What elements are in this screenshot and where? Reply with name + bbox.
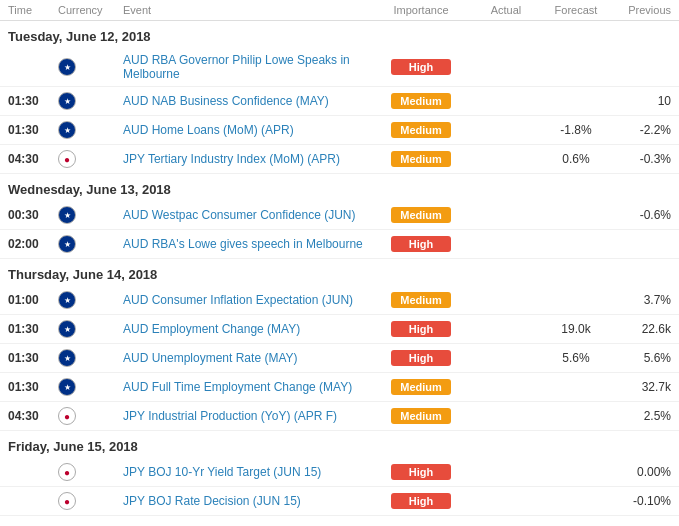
event-name[interactable]: AUD Unemployment Rate (MAY)	[123, 351, 371, 365]
event-time: 01:00	[8, 293, 58, 307]
event-importance-cell: High	[371, 464, 471, 480]
importance-badge: Medium	[391, 122, 451, 138]
importance-badge: High	[391, 59, 451, 75]
event-currency	[58, 121, 123, 139]
event-importance-cell: High	[371, 321, 471, 337]
table-row: 00:30AUD Westpac Consumer Confidence (JU…	[0, 201, 679, 230]
day-header: Tuesday, June 12, 2018	[0, 21, 679, 48]
importance-badge: Medium	[391, 207, 451, 223]
table-row: AUD RBA Governor Philip Lowe Speaks in M…	[0, 48, 679, 87]
event-link[interactable]: AUD NAB Business Confidence (MAY)	[123, 94, 329, 108]
event-link[interactable]: JPY BOJ 10-Yr Yield Target (JUN 15)	[123, 465, 321, 479]
table-row: 01:30AUD Unemployment Rate (MAY)High5.6%…	[0, 344, 679, 373]
event-previous: 2.5%	[611, 409, 671, 423]
event-importance-cell: Medium	[371, 93, 471, 109]
event-link[interactable]: AUD Westpac Consumer Confidence (JUN)	[123, 208, 356, 222]
event-importance-cell: High	[371, 493, 471, 509]
header-time: Time	[8, 4, 58, 16]
event-time: 01:30	[8, 94, 58, 108]
event-name[interactable]: AUD RBA Governor Philip Lowe Speaks in M…	[123, 53, 371, 81]
event-currency	[58, 235, 123, 253]
event-link[interactable]: AUD Home Loans (MoM) (APR)	[123, 123, 294, 137]
importance-badge: Medium	[391, 379, 451, 395]
event-name[interactable]: AUD Westpac Consumer Confidence (JUN)	[123, 208, 371, 222]
table-row: JPY BOJ 10-Yr Yield Target (JUN 15)High0…	[0, 458, 679, 487]
event-previous: 32.7k	[611, 380, 671, 394]
jpy-flag-icon	[58, 407, 76, 425]
importance-badge: High	[391, 236, 451, 252]
aud-flag-icon	[58, 121, 76, 139]
event-link[interactable]: AUD Full Time Employment Change (MAY)	[123, 380, 352, 394]
event-name[interactable]: JPY BOJ 10-Yr Yield Target (JUN 15)	[123, 465, 371, 479]
header-currency: Currency	[58, 4, 123, 16]
event-name[interactable]: AUD Home Loans (MoM) (APR)	[123, 123, 371, 137]
aud-flag-icon	[58, 349, 76, 367]
event-time: 01:30	[8, 123, 58, 137]
jpy-flag-icon	[58, 150, 76, 168]
importance-badge: High	[391, 350, 451, 366]
importance-badge: High	[391, 321, 451, 337]
event-time: 01:30	[8, 380, 58, 394]
header-previous: Previous	[611, 4, 671, 16]
importance-badge: Medium	[391, 93, 451, 109]
table-row: 01:30AUD Home Loans (MoM) (APR)Medium-1.…	[0, 116, 679, 145]
event-name[interactable]: JPY Tertiary Industry Index (MoM) (APR)	[123, 152, 371, 166]
event-previous: -2.2%	[611, 123, 671, 137]
event-link[interactable]: AUD Consumer Inflation Expectation (JUN)	[123, 293, 353, 307]
event-previous: -0.6%	[611, 208, 671, 222]
event-importance-cell: Medium	[371, 408, 471, 424]
event-currency	[58, 206, 123, 224]
event-link[interactable]: JPY BOJ Rate Decision (JUN 15)	[123, 494, 301, 508]
calendar-body: Tuesday, June 12, 2018AUD RBA Governor P…	[0, 21, 679, 516]
event-name[interactable]: AUD Consumer Inflation Expectation (JUN)	[123, 293, 371, 307]
day-header: Friday, June 15, 2018	[0, 431, 679, 458]
event-currency	[58, 320, 123, 338]
event-name[interactable]: AUD Full Time Employment Change (MAY)	[123, 380, 371, 394]
event-importance-cell: Medium	[371, 151, 471, 167]
aud-flag-icon	[58, 92, 76, 110]
event-importance-cell: Medium	[371, 379, 471, 395]
aud-flag-icon	[58, 291, 76, 309]
event-previous: 22.6k	[611, 322, 671, 336]
event-currency	[58, 407, 123, 425]
importance-badge: Medium	[391, 408, 451, 424]
event-forecast: 5.6%	[541, 351, 611, 365]
event-link[interactable]: AUD Unemployment Rate (MAY)	[123, 351, 298, 365]
table-row: 01:30AUD Employment Change (MAY)High19.0…	[0, 315, 679, 344]
event-importance-cell: High	[371, 350, 471, 366]
event-time: 04:30	[8, 152, 58, 166]
event-importance-cell: Medium	[371, 292, 471, 308]
aud-flag-icon	[58, 206, 76, 224]
importance-badge: High	[391, 464, 451, 480]
event-previous: -0.3%	[611, 152, 671, 166]
aud-flag-icon	[58, 58, 76, 76]
table-row: 02:00AUD RBA's Lowe gives speech in Melb…	[0, 230, 679, 259]
event-name[interactable]: JPY Industrial Production (YoY) (APR F)	[123, 409, 371, 423]
table-header: Time Currency Event Importance Actual Fo…	[0, 0, 679, 21]
event-link[interactable]: AUD RBA's Lowe gives speech in Melbourne	[123, 237, 363, 251]
event-link[interactable]: JPY Tertiary Industry Index (MoM) (APR)	[123, 152, 340, 166]
event-name[interactable]: AUD RBA's Lowe gives speech in Melbourne	[123, 237, 371, 251]
event-time: 01:30	[8, 322, 58, 336]
event-forecast: -1.8%	[541, 123, 611, 137]
event-importance-cell: High	[371, 236, 471, 252]
importance-badge: High	[391, 493, 451, 509]
event-currency	[58, 291, 123, 309]
event-name[interactable]: AUD Employment Change (MAY)	[123, 322, 371, 336]
event-currency	[58, 463, 123, 481]
event-link[interactable]: JPY Industrial Production (YoY) (APR F)	[123, 409, 337, 423]
event-link[interactable]: AUD Employment Change (MAY)	[123, 322, 300, 336]
event-forecast: 19.0k	[541, 322, 611, 336]
event-name[interactable]: JPY BOJ Rate Decision (JUN 15)	[123, 494, 371, 508]
event-previous: 3.7%	[611, 293, 671, 307]
table-row: 01:30AUD NAB Business Confidence (MAY)Me…	[0, 87, 679, 116]
event-link[interactable]: AUD RBA Governor Philip Lowe Speaks in M…	[123, 53, 350, 81]
table-row: 01:30AUD Full Time Employment Change (MA…	[0, 373, 679, 402]
aud-flag-icon	[58, 378, 76, 396]
importance-badge: Medium	[391, 151, 451, 167]
event-currency	[58, 492, 123, 510]
event-name[interactable]: AUD NAB Business Confidence (MAY)	[123, 94, 371, 108]
event-previous: 0.00%	[611, 465, 671, 479]
importance-badge: Medium	[391, 292, 451, 308]
header-forecast: Forecast	[541, 4, 611, 16]
